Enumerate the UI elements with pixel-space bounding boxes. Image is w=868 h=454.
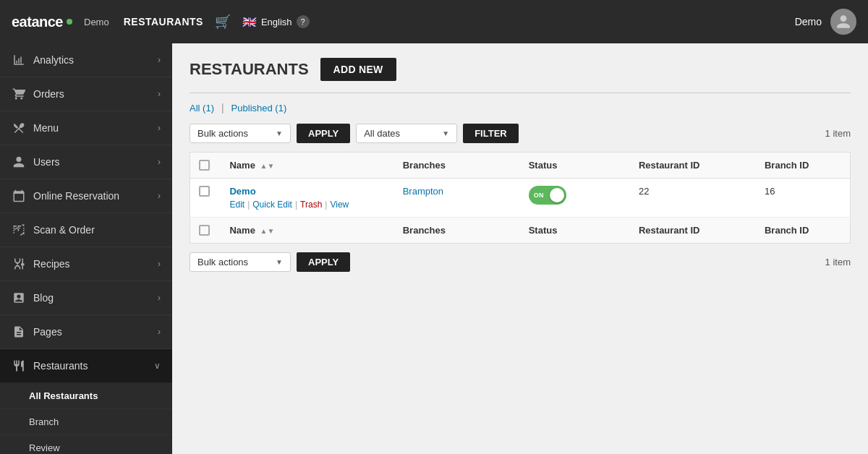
tab-published[interactable]: Published (1) (231, 103, 287, 113)
sidebar-item-recipes[interactable]: Recipes › (0, 247, 172, 281)
bottom-item-count: 1 item (825, 257, 851, 267)
sidebar-item-orders-label: Orders (33, 88, 150, 100)
table-row: Demo Edit | Quick Edit | Trash | View Br… (190, 179, 851, 218)
footer-branch-id: Branch ID (756, 218, 851, 244)
footer-name[interactable]: Name ▲▼ (221, 218, 393, 244)
sidebar-item-analytics[interactable]: Analytics › (0, 43, 172, 77)
cart-icon (12, 87, 26, 101)
bottom-bulk-actions-dropdown[interactable]: Bulk actions ▼ (190, 252, 291, 272)
quick-edit-link[interactable]: Quick Edit (252, 200, 292, 210)
menu-icon (12, 121, 26, 135)
add-new-button[interactable]: ADD NEW (320, 58, 396, 81)
row-checkbox[interactable] (199, 186, 210, 197)
bottom-apply-button[interactable]: APPLY (297, 252, 350, 272)
row-status-cell: ON (520, 179, 630, 218)
action-separator: | (247, 200, 250, 210)
avatar[interactable] (830, 9, 856, 35)
logo-dot (67, 19, 72, 25)
footer-select-all-checkbox[interactable] (199, 225, 210, 236)
action-separator: | (295, 200, 297, 210)
toggle-control[interactable]: ON (529, 186, 566, 205)
sidebar-item-scan-order[interactable]: Scan & Order (0, 213, 172, 247)
all-tab-link[interactable]: All (1) (190, 103, 214, 113)
published-tab-link[interactable]: Published (1) (231, 103, 287, 113)
logo[interactable]: eatance (12, 14, 72, 30)
sidebar-item-recipes-label: Recipes (33, 258, 150, 270)
chevron-down-icon: ▼ (276, 129, 283, 137)
all-restaurants-label: All Restaurants (29, 390, 98, 401)
footer-restaurant-id: Restaurant ID (630, 218, 756, 244)
tab-separator: | (221, 102, 224, 113)
item-count: 1 item (825, 128, 851, 139)
restaurant-icon (12, 359, 26, 373)
toggle-on-label: ON (534, 192, 544, 199)
sidebar-item-blog[interactable]: Blog › (0, 281, 172, 315)
sidebar-item-users-label: Users (33, 156, 150, 168)
top-controls-bar: Bulk actions ▼ APPLY All dates ▼ FILTER … (190, 124, 851, 143)
edit-link[interactable]: Edit (229, 200, 244, 210)
all-dates-label: All dates (364, 128, 438, 139)
footer-checkbox-col (190, 218, 221, 244)
header-restaurant-id: Restaurant ID (630, 153, 756, 179)
bottom-controls-bar: Bulk actions ▼ APPLY 1 item (190, 252, 851, 272)
row-checkbox-cell (190, 179, 221, 218)
chevron-down-icon: ∨ (154, 361, 161, 371)
all-dates-dropdown[interactable]: All dates ▼ (356, 124, 457, 143)
user-label: Demo (795, 16, 822, 27)
select-all-checkbox[interactable] (199, 160, 210, 171)
sidebar: Analytics › Orders › Menu › Users › (0, 43, 172, 454)
sidebar-item-restaurants-label: Restaurants (33, 360, 147, 372)
blog-icon (12, 291, 26, 305)
restaurants-table: Name ▲▼ Branches Status Restaurant ID Br… (190, 152, 851, 244)
bulk-actions-dropdown[interactable]: Bulk actions ▼ (190, 124, 291, 143)
branch-label: Branch (29, 416, 59, 427)
header-branch-id: Branch ID (756, 153, 851, 179)
sidebar-sub-item-branch[interactable]: Branch (0, 409, 172, 435)
page-title: RESTAURANTS (190, 60, 309, 79)
chevron-down-icon: ▼ (276, 258, 283, 266)
chevron-right-icon: › (158, 293, 161, 303)
sidebar-sub-item-review[interactable]: Review (0, 435, 172, 454)
cart-icon[interactable]: 🛒 (215, 14, 231, 30)
recipes-icon (12, 257, 26, 271)
chevron-right-icon: › (158, 191, 161, 201)
scan-icon (12, 223, 26, 237)
sidebar-item-orders[interactable]: Orders › (0, 77, 172, 111)
header-status: Status (520, 153, 630, 179)
sidebar-item-menu[interactable]: Menu › (0, 111, 172, 145)
sidebar-item-pages-label: Pages (33, 326, 150, 338)
sort-icon[interactable]: ▲▼ (260, 162, 275, 170)
filter-tabs: All (1) | Published (1) (190, 102, 851, 113)
branch-link[interactable]: Brampton (403, 186, 443, 197)
sidebar-item-online-reservation[interactable]: Online Reservation › (0, 179, 172, 213)
status-toggle[interactable]: ON (529, 186, 566, 205)
row-branch-id-cell: 16 (756, 179, 851, 218)
row-name-cell: Demo Edit | Quick Edit | Trash | View (221, 179, 393, 218)
calendar-icon (12, 189, 26, 203)
sidebar-item-pages[interactable]: Pages › (0, 315, 172, 349)
chevron-right-icon: › (158, 157, 161, 167)
main-layout: Analytics › Orders › Menu › Users › (0, 43, 868, 454)
tab-all[interactable]: All (1) (190, 103, 214, 113)
action-separator: | (325, 200, 327, 210)
trash-link[interactable]: Trash (300, 200, 322, 210)
language-selector[interactable]: 🇬🇧 English ? (242, 15, 310, 29)
topnav-restaurants-link[interactable]: RESTAURANTS (124, 16, 203, 27)
filter-button[interactable]: FILTER (463, 124, 519, 143)
table-footer-row: Name ▲▼ Branches Status Restaurant ID Br… (190, 218, 851, 244)
chevron-right-icon: › (158, 259, 161, 269)
sidebar-item-users[interactable]: Users › (0, 145, 172, 179)
restaurant-name-link[interactable]: Demo (229, 186, 255, 197)
sidebar-item-restaurants[interactable]: Restaurants ∨ (0, 349, 172, 383)
language-label: English (261, 17, 292, 27)
row-branches-cell: Brampton (394, 179, 520, 218)
view-link[interactable]: View (330, 200, 349, 210)
header-name[interactable]: Name ▲▼ (221, 153, 393, 179)
sidebar-sub-item-all-restaurants[interactable]: All Restaurants (0, 383, 172, 409)
user-avatar-icon (835, 14, 851, 30)
sort-icon[interactable]: ▲▼ (260, 227, 275, 235)
apply-button[interactable]: APPLY (297, 124, 350, 143)
header-checkbox-col (190, 153, 221, 179)
chevron-right-icon: › (158, 55, 161, 65)
help-icon[interactable]: ? (297, 15, 310, 28)
